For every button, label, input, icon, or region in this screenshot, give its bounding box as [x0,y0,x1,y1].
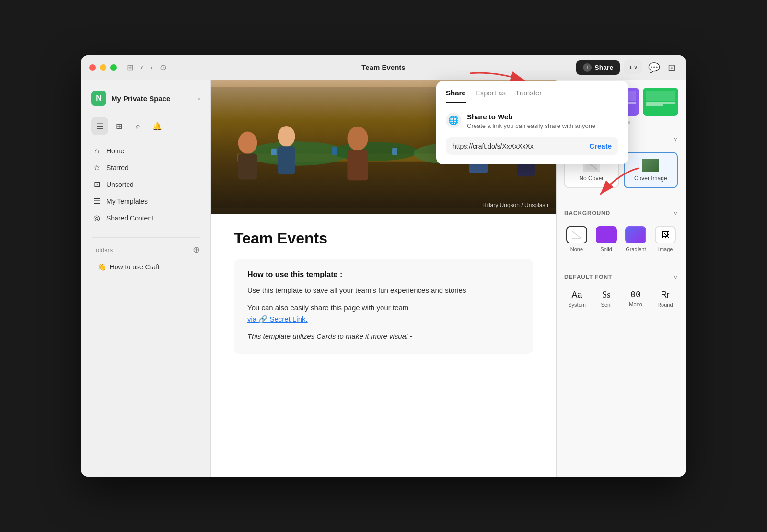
doc-body: Team Events How to use this template : U… [211,214,556,386]
titlebar: ⊞ ‹ › ⊙ Team Events ↑ Share + ∨ 💬 ⊡ [81,55,686,80]
globe-icon: 🌐 [446,113,461,128]
font-options: Aa System Ss Serif 00 Mono Rr Round [564,284,678,313]
bg-gradient-label: Gradient [626,246,646,252]
sidebar-item-starred-label: Starred [106,164,128,172]
search-icon[interactable]: ⌕ [129,117,147,135]
bg-option-none[interactable]: None [564,226,589,252]
svg-rect-17 [332,147,337,155]
titlebar-right-controls: ↑ Share + ∨ 💬 ⊡ [576,60,678,75]
share-to-web: 🌐 Share to Web Create a link you can eas… [446,113,618,129]
folder-item-how-to-use-craft[interactable]: › 👋 How to use Craft [87,260,205,274]
sidebar-icon-toolbar: ☰ ⊞ ⌕ 🔔 [87,116,205,137]
share-popup: Share Export as Transfer 🌐 Share to Web … [436,81,628,164]
default-font-title: DEFAULT FONT [564,274,612,280]
default-font-section: DEFAULT FONT ∨ Aa System Ss Serif 00 Mon… [564,270,678,313]
forward-button[interactable]: › [150,62,153,72]
bg-option-image[interactable]: 🖼 Image [653,226,678,252]
share-button-label: Share [594,64,613,71]
default-font-section-header[interactable]: DEFAULT FONT ∨ [564,270,678,284]
bg-option-gradient[interactable]: Gradient [624,226,649,252]
font-option-serif[interactable]: Ss Serif [593,290,619,308]
sidebar-item-home-label: Home [106,147,124,155]
fullscreen-button[interactable] [110,64,117,71]
share-link-row: https://craft.do/s/XxXxXxXx Create [446,137,618,155]
share-tab-transfer[interactable]: Transfer [515,89,542,103]
unsorted-icon: ⊡ [92,180,102,189]
sidebar-item-my-templates[interactable]: ☰ My Templates [87,193,205,209]
panel-toggle-button[interactable]: ⊡ [666,60,678,75]
divider-1 [564,202,678,202]
font-option-round[interactable]: Rr Round [652,290,678,308]
svg-rect-7 [238,154,257,180]
cover-image-option[interactable]: Cover Image [624,152,678,188]
titlebar-left-controls: ⊞ ‹ › ⊙ [127,62,167,73]
sidebar-item-shared-content[interactable]: ◎ Shared Content [87,210,205,226]
list-view-icon[interactable]: ☰ [91,117,108,135]
folder-emoji: 👋 [98,263,106,271]
sidebar-toggle-icon[interactable]: ⊞ [127,62,134,73]
font-round-label: Round [657,302,673,308]
home-icon: ⌂ [92,147,102,155]
sidebar-nav: ⌂ Home ☆ Starred ⊡ Unsorted ☰ My Templat… [87,143,205,226]
doc-title: Team Events [234,230,533,247]
grid-view-icon[interactable]: ⊞ [110,117,128,135]
doc-card-title: How to use this template : [247,270,520,279]
create-link-button[interactable]: Create [589,142,612,150]
background-chevron-icon: ∨ [674,210,678,217]
sidebar: N My Private Space » ☰ ⊞ ⌕ 🔔 ⌂ Home ☆ St… [81,80,211,477]
minimize-button[interactable] [100,64,106,71]
share-to-web-title: Share to Web [467,113,595,121]
svg-line-23 [572,231,581,238]
folder-chevron-icon: › [92,264,94,270]
background-options: None Solid Gradient 🖼 Image [564,220,678,258]
bell-icon[interactable]: 🔔 [149,117,166,135]
share-button[interactable]: ↑ Share [576,60,620,75]
share-tab-share[interactable]: Share [446,89,466,103]
star-icon: ☆ [92,163,102,172]
sidebar-item-starred[interactable]: ☆ Starred [87,160,205,175]
traffic-lights [89,64,117,71]
bg-none-label: None [570,246,583,252]
doc-card-text2: You can also easily share this page with… [247,302,520,325]
close-button[interactable] [89,64,96,71]
background-section: BACKGROUND ∨ None [564,206,678,258]
sidebar-item-unsorted[interactable]: ⊡ Unsorted [87,176,205,192]
theme-card-green[interactable] [643,88,678,116]
add-button[interactable]: + ∨ [624,60,642,74]
orbit-icon[interactable]: ⊙ [160,62,167,73]
bg-solid-icon [596,226,617,243]
sidebar-item-shared-content-label: Shared Content [106,214,153,222]
bg-image-icon: 🖼 [655,226,676,243]
comment-button[interactable]: 💬 [646,60,662,75]
secret-link[interactable]: via 🔗 Secret Link. [247,315,308,323]
background-section-header[interactable]: BACKGROUND ∨ [564,206,678,220]
folders-label: Folders [92,246,113,254]
sidebar-header[interactable]: N My Private Space » [87,88,205,109]
bg-none-icon [566,226,587,243]
no-cover-label: No Cover [579,175,604,182]
window-title: Team Events [361,63,405,71]
back-button[interactable]: ‹ [140,62,143,72]
cover-credit: Hillary Ungson / Unsplash [482,202,548,208]
sidebar-divider [92,237,200,238]
svg-point-10 [347,127,368,150]
font-mono-preview: 00 [630,290,641,300]
doc-card-text3: This template utilizes Cards to make it … [247,331,520,342]
sidebar-item-home[interactable]: ⌂ Home [87,143,205,159]
font-option-mono[interactable]: 00 Mono [623,290,649,308]
chevron-right-icon: » [198,95,201,102]
bg-option-solid[interactable]: Solid [594,226,619,252]
font-system-label: System [568,302,586,308]
sidebar-item-my-templates-label: My Templates [106,197,148,205]
doc-card: How to use this template : Use this temp… [234,259,533,354]
add-folder-button[interactable]: ⊕ [193,244,200,255]
folder-label: How to use Craft [110,263,160,271]
share-tab-export[interactable]: Export as [476,89,506,103]
font-serif-preview: Ss [602,290,610,300]
share-link-url: https://craft.do/s/XxXxXxXx [453,142,585,150]
font-option-system[interactable]: Aa System [564,290,590,308]
share-content: 🌐 Share to Web Create a link you can eas… [436,103,628,164]
svg-rect-11 [347,150,368,180]
theme-preview-green [646,91,675,101]
workspace-title: My Private Space [111,94,193,103]
